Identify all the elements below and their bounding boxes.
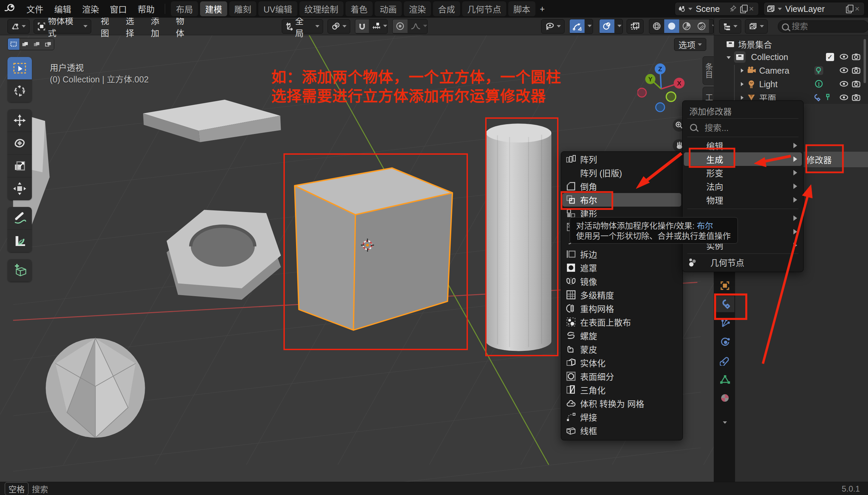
sidebar-tab-item[interactable]: 条目: [703, 56, 714, 85]
menu-item-volume-to-mesh[interactable]: 体积 转换为 网格: [563, 397, 681, 410]
menu-item-scatter[interactable]: 在表面上散布: [563, 315, 681, 329]
tab-particle-properties[interactable]: [717, 315, 733, 331]
submenu-category-physics[interactable]: 物理: [684, 193, 802, 207]
mode-selector[interactable]: 物体模式: [34, 19, 91, 34]
scene-selector[interactable]: Scene ×: [675, 2, 759, 16]
menu-render[interactable]: 渲染: [77, 3, 104, 15]
outliner-row-camera[interactable]: Camera: [714, 65, 868, 76]
workspace-tab-shading[interactable]: 着色: [346, 1, 373, 16]
eye-icon[interactable]: [839, 53, 848, 62]
pin-icon[interactable]: [730, 5, 737, 13]
shading-material-preview[interactable]: [679, 19, 694, 33]
eye-icon[interactable]: [839, 93, 848, 102]
menu-help[interactable]: 帮助: [132, 3, 160, 15]
tool-transform[interactable]: [7, 177, 32, 200]
menu-window[interactable]: 窗口: [104, 3, 132, 15]
menu-item-multires[interactable]: 多级精度: [563, 288, 681, 302]
outliner-editor-type-button[interactable]: [719, 19, 741, 34]
outliner-row-collection[interactable]: Collection ✓: [714, 51, 868, 63]
proportional-edit-toggle[interactable]: [393, 19, 408, 33]
submenu-search[interactable]: 搜索...: [684, 120, 802, 134]
menu-item-subsurf[interactable]: 表面细分: [563, 370, 681, 383]
gizmo-options-selector[interactable]: [585, 19, 593, 33]
outliner-search[interactable]: [778, 20, 868, 33]
menu-item-wireframe[interactable]: 线框: [563, 424, 681, 437]
submenu-category-generate[interactable]: 生成: [684, 152, 802, 166]
menu-item-array-legacy[interactable]: 阵列 (旧版): [563, 166, 681, 180]
menu-item-mirror[interactable]: 镜像: [563, 274, 681, 288]
eye-icon[interactable]: [839, 80, 848, 88]
workspace-tab-sculpting[interactable]: 雕刻: [229, 1, 256, 16]
tab-material-properties[interactable]: [717, 390, 733, 406]
menu-view[interactable]: 视图: [96, 14, 121, 39]
new-scene-icon[interactable]: [740, 5, 747, 13]
tool-move[interactable]: [7, 109, 32, 132]
submenu-geometry-nodes[interactable]: 几何节点: [684, 255, 802, 269]
menu-item-triangulate[interactable]: 三角化: [563, 383, 681, 397]
select-mode-difference[interactable]: [42, 38, 54, 50]
submenu-category-normals[interactable]: 法向: [684, 180, 802, 193]
workspace-tab-geometry-nodes[interactable]: 几何节点: [462, 1, 506, 16]
tool-rotate[interactable]: [7, 132, 32, 155]
proportional-falloff-selector[interactable]: [408, 19, 428, 33]
select-mode-new[interactable]: [8, 38, 19, 50]
workspace-tab-rendering[interactable]: 渲染: [404, 1, 431, 16]
workspace-tab-uv-editing[interactable]: UV编辑: [259, 1, 297, 16]
outliner-row-light[interactable]: Light: [714, 79, 868, 90]
transform-orientation-selector[interactable]: 全局: [282, 19, 323, 34]
navigation-gizmo[interactable]: Z Y X: [637, 63, 688, 115]
menu-item-array[interactable]: 阵列: [563, 152, 681, 166]
shading-wireframe[interactable]: [649, 19, 664, 33]
xray-toggle[interactable]: [626, 19, 643, 34]
expand-icon[interactable]: [741, 69, 744, 73]
shading-solid[interactable]: [664, 19, 679, 33]
shading-rendered[interactable]: [694, 19, 709, 33]
select-mode-subtract[interactable]: [31, 38, 42, 50]
workspace-tab-layout[interactable]: 布局: [171, 1, 198, 16]
outliner-row-scene-collection[interactable]: 场景集合: [714, 38, 868, 50]
show-overlays-toggle[interactable]: [600, 19, 614, 33]
add-workspace-button[interactable]: +: [536, 4, 548, 14]
tool-annotate[interactable]: [7, 207, 32, 230]
scrollbar[interactable]: [864, 39, 866, 83]
tab-object-properties[interactable]: [717, 277, 733, 294]
tab-constraint-properties[interactable]: [717, 353, 733, 369]
render-visibility-icon[interactable]: [852, 93, 861, 102]
snap-toggle[interactable]: [355, 19, 369, 33]
menu-item-weld[interactable]: 焊接: [563, 410, 681, 424]
tab-modifier-properties[interactable]: [715, 296, 734, 312]
tool-select-box[interactable]: [7, 57, 32, 80]
eye-icon[interactable]: [839, 66, 848, 75]
menu-object[interactable]: 物体: [171, 14, 196, 39]
menu-edit[interactable]: 编辑: [49, 3, 77, 15]
expand-icon[interactable]: [741, 82, 744, 86]
outliner-display-mode-button[interactable]: [745, 19, 768, 34]
menu-file[interactable]: 文件: [21, 3, 49, 15]
submenu-category-deform[interactable]: 形变: [684, 166, 802, 180]
shading-options-selector[interactable]: [709, 19, 714, 33]
menu-item-solidify[interactable]: 实体化: [563, 356, 681, 370]
render-visibility-icon[interactable]: [852, 80, 861, 88]
menu-item-boolean[interactable]: 布尔: [563, 193, 681, 207]
editor-type-button[interactable]: [7, 19, 30, 34]
menu-item-edge-split[interactable]: 拆边: [563, 248, 681, 261]
tabs-overflow-chevron[interactable]: [717, 414, 733, 430]
tab-physics-properties[interactable]: [717, 334, 733, 350]
snap-mode-selector[interactable]: [369, 19, 388, 33]
blender-logo[interactable]: [4, 3, 16, 15]
menu-item-mask[interactable]: 遮罩: [563, 261, 681, 274]
menu-item-remesh[interactable]: 重构网格: [563, 302, 681, 315]
workspace-tab-texture-paint[interactable]: 纹理绘制: [299, 1, 343, 16]
workspace-tab-compositing[interactable]: 合成: [433, 1, 460, 16]
render-visibility-icon[interactable]: [852, 66, 861, 75]
select-mode-extend[interactable]: [19, 38, 31, 50]
render-visibility-icon[interactable]: [852, 53, 861, 62]
expand-icon[interactable]: [727, 56, 731, 59]
outliner-search-input[interactable]: [778, 20, 868, 33]
tool-scale[interactable]: [7, 155, 32, 177]
menu-item-screw[interactable]: 螺旋: [563, 329, 681, 342]
workspace-tab-animation[interactable]: 动画: [375, 1, 402, 16]
submenu-category-edit[interactable]: 编辑: [684, 139, 802, 152]
workspace-tab-scripting[interactable]: 脚本: [508, 1, 535, 16]
tool-cursor[interactable]: [7, 80, 32, 102]
